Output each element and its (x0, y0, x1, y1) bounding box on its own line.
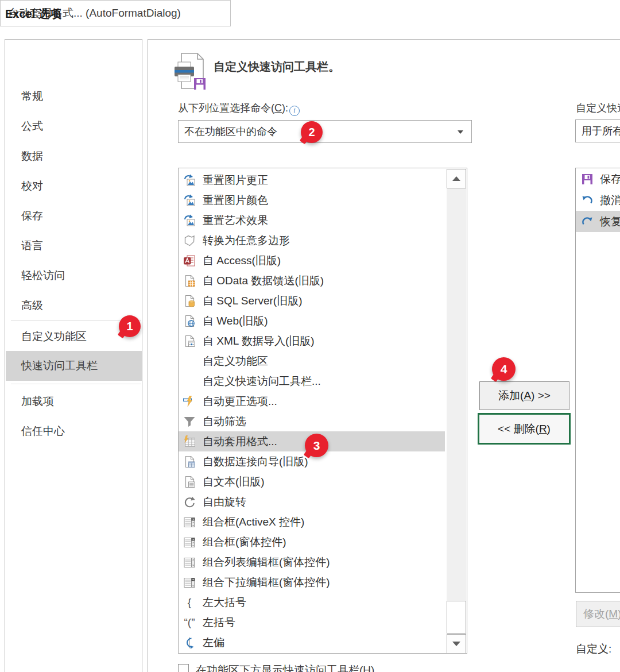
list-item[interactable]: 左偏 (179, 632, 445, 652)
scrollbar[interactable] (447, 169, 466, 654)
save-icon (580, 172, 594, 186)
list-item-selected[interactable]: 恢复 (576, 211, 620, 232)
list-item[interactable]: 组合框(ActiveX 控件) (179, 512, 445, 532)
left-paren-icon: “(” (183, 616, 196, 629)
list-item[interactable]: {左大括号 (179, 592, 445, 612)
scrollbar-thumb[interactable] (447, 601, 466, 634)
available-commands-list: 重置图片更正 重置图片颜色 重置艺术效果 转换为任意多边形 自 Access(旧… (178, 168, 467, 654)
sidebar-item-advanced[interactable]: 高级 (6, 293, 142, 318)
show-below-ribbon-label: 在功能区下方显示快速访问工具栏(H) (196, 663, 374, 672)
step-badge-1: 1 (119, 315, 141, 337)
combo-dropdown-edit-icon (183, 576, 196, 589)
autofilter-icon (183, 415, 196, 428)
list-item[interactable]: 自定义快速访问工具栏... (179, 371, 445, 391)
redo-icon (580, 215, 594, 229)
step-badge-3: 3 (305, 434, 328, 457)
qat-scope-dropdown[interactable]: 用于所有文档(默认) (575, 119, 620, 142)
free-rotate-icon (183, 495, 196, 509)
customize-qat-label: 自定义快速访问工具栏(Q): (576, 101, 620, 115)
sidebar-item-proofing[interactable]: 校对 (6, 173, 142, 199)
sidebar-item-save[interactable]: 保存 (6, 203, 142, 229)
undo-icon (580, 194, 594, 207)
list-item[interactable]: 自 SQL Server(旧版) (179, 291, 445, 311)
list-item[interactable]: 自动筛选 (179, 411, 445, 431)
customizations-label: 自定义: (576, 642, 611, 656)
list-item[interactable]: 自 Web(旧版) (179, 311, 445, 331)
list-item[interactable]: 重置图片颜色 (179, 190, 445, 210)
list-item[interactable]: 自 Access(旧版) (179, 250, 445, 271)
list-item[interactable]: 组合框(窗体控件) (179, 532, 445, 552)
list-item[interactable]: 撤消 (576, 190, 620, 211)
list-item[interactable]: 重置艺术效果 (179, 210, 445, 230)
triangle-down-icon (452, 642, 460, 646)
xml-import-icon (183, 334, 196, 348)
sidebar-item-ease-of-access[interactable]: 轻松访问 (6, 263, 142, 288)
add-button[interactable]: 添加(A) >> (479, 381, 569, 410)
triangle-up-icon (452, 176, 460, 181)
list-item[interactable]: 组合列表编辑框(窗体控件) (179, 552, 445, 572)
list-item[interactable]: 自文本(旧版) (179, 472, 445, 492)
choose-commands-dropdown[interactable]: 不在功能区中的命令 (178, 120, 472, 143)
sidebar-item-formulas[interactable]: 公式 (6, 114, 142, 139)
list-item[interactable]: “(”左括号 (179, 612, 445, 632)
list-item[interactable]: 重置图片更正 (179, 170, 445, 190)
excel-options-dialog: Excel 选项 常规 公式 数据 校对 保存 语言 轻松访问 高级 自定义功能… (0, 0, 620, 672)
reset-picture-correction-icon (183, 173, 196, 187)
options-nav-sidebar: 常规 公式 数据 校对 保存 语言 轻松访问 高级 自定义功能区 快速访问工具栏… (5, 39, 142, 672)
list-item[interactable]: 转换为任意多边形 (179, 230, 445, 250)
remove-button[interactable]: << 删除(R) (478, 413, 571, 445)
chevron-down-icon (458, 130, 463, 134)
step-badge-2: 2 (301, 121, 323, 143)
page-title: 自定义快速访问工具栏。 (214, 59, 340, 75)
qat-current-commands-list: 保存 撤消 恢复 (575, 168, 620, 593)
no-icon (183, 374, 196, 388)
web-source-icon (183, 314, 196, 328)
dialog-title: Excel 选项 (5, 6, 61, 22)
list-item[interactable]: 自由旋转 (179, 492, 445, 512)
freeform-shape-icon (183, 234, 196, 248)
sidebar-item-add-ins[interactable]: 加载项 (6, 389, 142, 414)
choose-commands-label: 从下列位置选择命令(C):i (178, 101, 300, 116)
printer-page-save-icon (172, 52, 208, 91)
info-icon[interactable]: i (289, 106, 300, 116)
autocorrect-options-icon (183, 395, 196, 408)
sql-server-icon (183, 294, 196, 308)
autoformat-icon (183, 435, 196, 449)
reset-art-effects-icon (183, 214, 196, 227)
show-below-ribbon-checkbox[interactable] (178, 664, 189, 672)
list-item[interactable]: 自定义功能区 (179, 351, 445, 371)
data-connection-wizard-icon (183, 455, 196, 469)
sidebar-item-quick-access-toolbar[interactable]: 快速访问工具栏 (6, 351, 142, 381)
sidebar-item-language[interactable]: 语言 (6, 233, 142, 258)
rotate-left-icon (183, 636, 196, 650)
list-item[interactable]: 保存 (576, 168, 620, 190)
list-item[interactable]: 自动更正选项... (179, 391, 445, 411)
list-item[interactable]: 自 XML 数据导入(旧版) (179, 331, 445, 351)
step-badge-4: 4 (492, 357, 516, 381)
sidebar-item-trust-center[interactable]: 信任中心 (6, 419, 142, 444)
odata-feed-icon (183, 274, 196, 288)
text-source-icon (183, 475, 196, 489)
combo-box-activex-icon (183, 515, 196, 529)
combo-box-form-icon (183, 535, 196, 549)
access-icon (183, 254, 196, 268)
list-item[interactable]: 组合下拉编辑框(窗体控件) (179, 572, 445, 592)
combo-list-edit-icon (183, 555, 196, 569)
scrollbar-down-button[interactable] (447, 634, 466, 654)
sidebar-item-data[interactable]: 数据 (6, 144, 142, 169)
sidebar-item-general[interactable]: 常规 (6, 84, 142, 109)
reset-picture-color-icon (183, 194, 196, 207)
scrollbar-up-button[interactable] (447, 169, 466, 188)
sidebar-divider (11, 384, 141, 384)
left-brace-icon: { (183, 596, 196, 609)
modify-button[interactable]: 修改(M)... (576, 601, 620, 627)
no-icon (183, 354, 196, 368)
list-item[interactable]: 自 OData 数据馈送(旧版) (179, 271, 445, 291)
